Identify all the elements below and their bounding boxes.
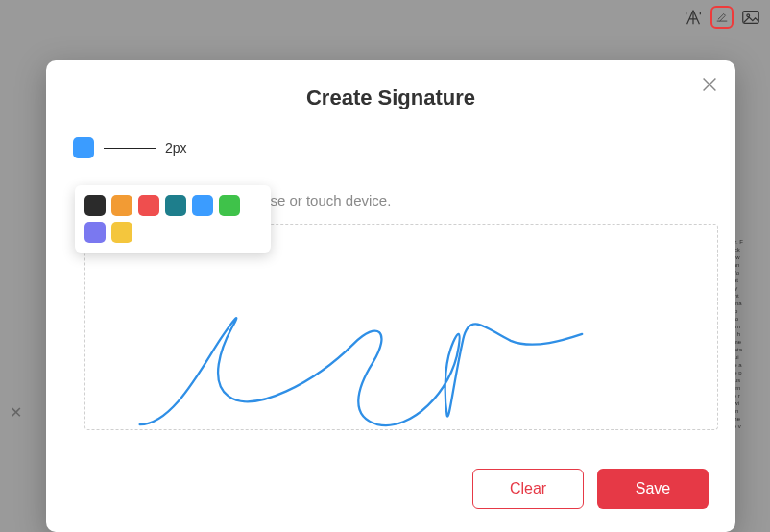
- signature-stroke: [85, 225, 717, 429]
- text-tool-icon: [683, 7, 704, 28]
- image-tool-icon: [740, 7, 761, 28]
- top-toolbar: [682, 6, 762, 29]
- color-palette-popover: [75, 185, 271, 253]
- signature-tool-button[interactable]: [710, 6, 734, 29]
- image-tool-button[interactable]: [739, 6, 762, 29]
- palette-color-4[interactable]: [192, 195, 213, 216]
- selected-color-swatch[interactable]: [73, 137, 94, 158]
- create-signature-modal: Create Signature 2px Sign with your trac…: [46, 60, 735, 532]
- palette-color-1[interactable]: [111, 195, 132, 216]
- palette-color-7[interactable]: [111, 222, 132, 243]
- clear-button[interactable]: Clear: [472, 469, 584, 509]
- palette-color-3[interactable]: [165, 195, 186, 216]
- palette-color-5[interactable]: [219, 195, 240, 216]
- stroke-width-label: 2px: [165, 140, 187, 156]
- modal-title: Create Signature: [73, 85, 709, 110]
- save-button[interactable]: Save: [597, 469, 709, 509]
- signature-canvas[interactable]: [84, 224, 718, 430]
- modal-button-row: Clear Save: [472, 469, 709, 509]
- close-icon: [699, 74, 720, 95]
- color-palette-grid: [84, 195, 261, 243]
- sign-tool-icon: [715, 7, 729, 28]
- modal-close-button[interactable]: [699, 74, 720, 95]
- stroke-preview-line: [104, 148, 156, 149]
- palette-color-6[interactable]: [84, 222, 106, 243]
- svg-point-1: [747, 14, 750, 17]
- palette-color-0[interactable]: [84, 195, 106, 216]
- palette-color-2[interactable]: [138, 195, 159, 216]
- app-viewport: ✕ e another. Fofile attackaster, as wKit…: [0, 0, 770, 532]
- text-tool-button[interactable]: [682, 6, 705, 29]
- stroke-controls: 2px: [73, 137, 709, 158]
- background-close-x: ✕: [10, 403, 22, 422]
